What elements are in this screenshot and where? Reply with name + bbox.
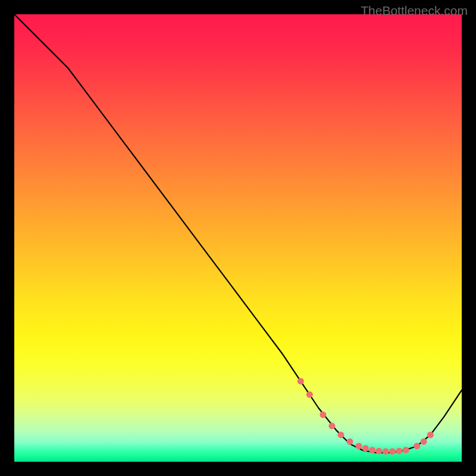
marker-dot [328,422,335,429]
curve-svg [14,14,462,462]
bottleneck-curve [14,14,462,453]
marker-dot [369,447,375,453]
marker-dot [396,447,402,454]
marker-dot [337,431,344,438]
marker-dot [375,447,382,454]
marker-dot [414,443,420,449]
plot-area [14,14,462,462]
marker-dot [356,443,362,449]
marker-dot [306,392,313,398]
marker-dot [427,431,434,438]
marker-dot [347,439,353,445]
marker-dot [298,378,304,384]
watermark-text: TheBottleneck.com [361,4,468,18]
marker-dot [320,412,326,418]
marker-dot [421,439,427,445]
marker-dot [362,445,369,452]
marker-dot [389,448,396,455]
highlight-markers [298,378,434,455]
marker-dot [403,447,409,453]
marker-dot [383,448,389,455]
